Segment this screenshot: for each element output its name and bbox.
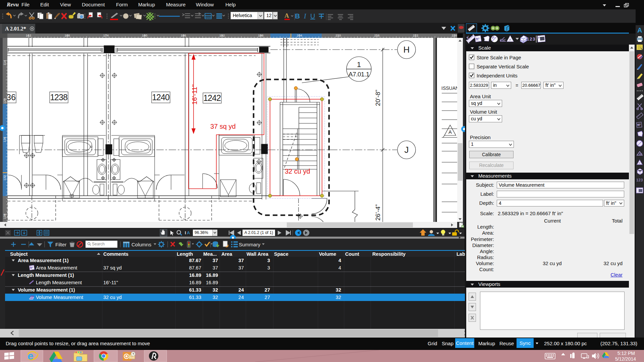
svg-text:32: 32 — [213, 295, 218, 300]
svg-text:120: 120 — [3, 99, 6, 104]
svg-text:Space: Space — [274, 251, 288, 257]
svg-text:J: J — [405, 145, 409, 155]
svg-text:U: U — [310, 12, 315, 20]
svg-text:216: 216 — [374, 34, 380, 37]
svg-text:27: 27 — [265, 287, 270, 293]
svg-text:Filter: Filter — [55, 242, 66, 247]
svg-text:Count: Count — [345, 251, 359, 257]
svg-text:A: A — [284, 12, 289, 19]
svg-text:186: 186 — [181, 34, 186, 37]
svg-text:16.89: 16.89 — [189, 280, 201, 285]
svg-text:26’-4”: 26’-4” — [374, 204, 381, 221]
svg-text:168: 168 — [64, 34, 70, 37]
svg-text:24: 24 — [238, 287, 244, 293]
svg-text:Volume Measurement (1): Volume Measurement (1) — [18, 287, 75, 293]
svg-text:Comments: Comments — [103, 251, 128, 257]
svg-text:37 sq yd: 37 sq yd — [210, 123, 236, 130]
svg-text:61.33: 61.33 — [189, 295, 201, 300]
svg-text:222: 222 — [413, 34, 418, 37]
svg-text:1242: 1242 — [203, 93, 221, 103]
svg-text:5:12 PM: 5:12 PM — [618, 351, 635, 356]
svg-text:I: I — [185, 230, 186, 235]
svg-text:Responsibility: Responsibility — [372, 251, 406, 257]
svg-text:138: 138 — [3, 214, 6, 219]
svg-text:3': 3' — [538, 36, 540, 39]
svg-text:Columns: Columns — [131, 242, 151, 247]
svg-text:228: 228 — [451, 34, 457, 37]
svg-text:162: 162 — [26, 34, 31, 37]
svg-text:198: 198 — [258, 34, 263, 37]
svg-text:Area Measurement: Area Measurement — [36, 265, 77, 270]
svg-text:1240: 1240 — [152, 93, 169, 102]
svg-text:ft²: ft² — [30, 266, 33, 269]
svg-text:16'-11": 16'-11" — [103, 280, 118, 285]
svg-text:Lab: Lab — [457, 251, 465, 257]
svg-text:24: 24 — [238, 295, 244, 300]
svg-text:204: 204 — [297, 34, 302, 37]
svg-text:180: 180 — [142, 34, 147, 37]
svg-text:27: 27 — [265, 295, 270, 300]
svg-text:H: H — [404, 45, 410, 55]
svg-text:ISSUAN: ISSUAN — [441, 85, 457, 91]
svg-text:Subject: Subject — [10, 251, 28, 257]
svg-text:Length: Length — [177, 251, 193, 257]
svg-text:3': 3' — [509, 38, 511, 41]
svg-text:114: 114 — [3, 60, 6, 65]
svg-text:32: 32 — [336, 287, 341, 293]
svg-text:ft²: ft² — [476, 37, 480, 41]
svg-text:3: 3 — [267, 265, 270, 270]
svg-text:Length Measurement: Length Measurement — [36, 280, 82, 285]
svg-text:1238: 1238 — [50, 93, 67, 102]
svg-text:123: 123 — [527, 37, 536, 42]
svg-text:Area Measurement (1): Area Measurement (1) — [18, 258, 69, 263]
svg-text:37: 37 — [213, 265, 218, 270]
svg-text:210: 210 — [335, 34, 341, 37]
svg-text:1: 1 — [357, 60, 361, 69]
svg-text:Area: Area — [221, 251, 232, 257]
svg-text:32°: 32° — [639, 153, 642, 155]
svg-text:132: 132 — [3, 175, 6, 181]
svg-text:36: 36 — [7, 93, 16, 102]
svg-text:A: A — [448, 129, 452, 135]
svg-text:37: 37 — [213, 258, 218, 263]
svg-text:16'-11": 16'-11" — [191, 84, 198, 105]
svg-text:126: 126 — [3, 137, 6, 142]
svg-text:3': 3' — [639, 162, 640, 164]
svg-text:Wall Area: Wall Area — [247, 251, 269, 257]
svg-text:174: 174 — [103, 34, 109, 37]
svg-text:I: I — [304, 12, 307, 20]
svg-text:Volume: Volume — [319, 251, 336, 257]
svg-text:Search: Search — [92, 242, 105, 246]
svg-text:5/12/2014: 5/12/2014 — [615, 356, 636, 362]
svg-text:16.89: 16.89 — [206, 273, 218, 278]
svg-text:37: 37 — [238, 258, 244, 263]
svg-text:32°: 32° — [502, 39, 506, 42]
svg-text:32 cu yd: 32 cu yd — [285, 168, 310, 175]
svg-text:32 cu yd: 32 cu yd — [103, 295, 122, 300]
svg-text:123: 123 — [636, 178, 643, 182]
svg-text:3: 3 — [267, 258, 270, 263]
svg-text:20’-8”: 20’-8” — [374, 90, 381, 106]
svg-text:Length Measurement (1): Length Measurement (1) — [18, 273, 74, 278]
svg-text:Summary: Summary — [239, 242, 261, 247]
svg-text:32: 32 — [213, 287, 218, 293]
svg-text:61.33: 61.33 — [189, 287, 201, 293]
svg-text:37 sq yd: 37 sq yd — [103, 265, 122, 270]
svg-text:A: A — [637, 26, 642, 34]
svg-text:4: 4 — [338, 258, 341, 263]
svg-text:32: 32 — [336, 295, 341, 300]
svg-text:37: 37 — [238, 265, 244, 270]
svg-text:16.89: 16.89 — [189, 273, 201, 278]
svg-text:A7.01.1: A7.01.1 — [348, 71, 369, 78]
svg-text:Mea...: Mea... — [203, 251, 217, 257]
svg-text:4: 4 — [338, 265, 341, 270]
svg-text:16.89: 16.89 — [206, 280, 218, 285]
svg-text:87.67: 87.67 — [189, 265, 201, 270]
svg-text:Volume Measurement: Volume Measurement — [36, 295, 83, 300]
svg-text:A: A — [187, 230, 190, 235]
svg-text:192: 192 — [219, 34, 225, 37]
svg-text:B: B — [295, 12, 300, 20]
svg-text:87.67: 87.67 — [189, 258, 201, 263]
